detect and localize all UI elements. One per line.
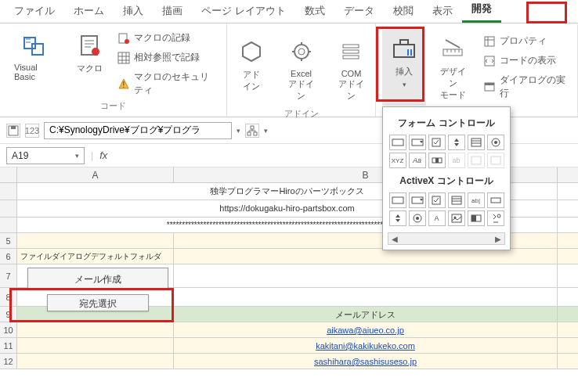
run-dialog-button[interactable]: ダイアログの実行 [480, 72, 571, 102]
ax-textbox-icon[interactable]: ab| [468, 192, 485, 208]
row-header[interactable] [0, 200, 17, 217]
ax-listbox-icon[interactable] [448, 192, 465, 208]
ax-optionbutton-icon[interactable] [409, 210, 426, 226]
excel-addin-button[interactable]: Excel アドイン [280, 33, 323, 106]
row-header[interactable]: 9 [0, 307, 17, 322]
chevron-down-icon[interactable]: ▾ [264, 127, 268, 135]
row-header[interactable]: 12 [0, 354, 17, 369]
name-box[interactable]: A19▾ [6, 147, 85, 164]
tab-pagelayout[interactable]: ページ レイアウト [192, 0, 295, 23]
header-cell[interactable]: メールアドレス [174, 307, 558, 322]
row-header[interactable]: 7 [0, 264, 17, 287]
org-chart-icon[interactable] [245, 124, 259, 138]
record-label: マクロの記録 [134, 31, 190, 45]
tab-draw[interactable]: 描画 [153, 0, 192, 23]
row-header[interactable] [0, 183, 17, 200]
save-icon[interactable] [6, 124, 20, 138]
cell[interactable] [174, 264, 558, 287]
email-cell[interactable]: aikawa@aiueo.co.jp [174, 322, 558, 337]
email-cell[interactable]: kakitani@kakikukeko.com [174, 338, 558, 353]
row-header[interactable] [0, 218, 17, 232]
record-macro-button[interactable]: マクロの記録 [114, 30, 220, 46]
tab-formula[interactable]: 数式 [295, 0, 334, 23]
scroll-left-icon[interactable]: ◀ [388, 235, 401, 243]
chevron-down-icon: ▾ [75, 152, 79, 160]
tab-file[interactable]: ファイル [5, 0, 64, 23]
listbox-control-icon[interactable] [468, 135, 485, 150]
group-code: Visual Basic マクロ マクロの記録 相対参照で記録 ! [0, 23, 227, 117]
svg-point-9 [294, 45, 309, 59]
combobox-control-icon[interactable] [409, 135, 426, 150]
chevron-down-icon[interactable]: ▾ [237, 127, 240, 135]
svg-rect-26 [392, 139, 403, 146]
tab-data[interactable]: データ [334, 0, 384, 23]
tab-view[interactable]: 表示 [423, 0, 462, 23]
row-header[interactable]: 10 [0, 322, 17, 337]
cell[interactable] [174, 249, 558, 264]
mail-create-button[interactable]: メール作成 [27, 268, 168, 290]
com-addin-label: COM アドイン [338, 69, 366, 102]
spinner-control-icon[interactable] [448, 135, 465, 150]
ax-combobox-icon[interactable] [409, 192, 426, 208]
tab-review[interactable]: 校閲 [384, 0, 423, 23]
insert-controls-popup: フォーム コントロール XYZ Aa ab ActiveX コントロール ab|… [382, 106, 511, 250]
optionbutton-control-icon[interactable] [487, 135, 504, 150]
design-label: デザイン モード [437, 66, 469, 101]
com-addin-button[interactable]: COM アドイン [330, 33, 374, 106]
insert-control-button[interactable]: 挿入 ▾ [382, 30, 426, 106]
path-input[interactable] [44, 122, 232, 139]
recipient-select-button[interactable]: 宛先選択 [47, 294, 149, 311]
ribbon: Visual Basic マクロ マクロの記録 相対参照で記録 ! [0, 23, 578, 117]
ax-button-icon[interactable] [389, 192, 406, 208]
macro-button[interactable]: マクロ [67, 27, 111, 99]
properties-icon [483, 35, 496, 48]
cell[interactable] [17, 233, 174, 248]
ax-label-icon[interactable]: A [428, 210, 446, 226]
grid-icon [117, 52, 130, 64]
label-control-icon[interactable]: Aa [409, 153, 426, 168]
button-control-icon[interactable] [389, 135, 406, 150]
checkbox-control-icon[interactable] [428, 135, 446, 150]
tab-home[interactable]: ホーム [64, 0, 114, 23]
cell[interactable]: ファイルダイアログデフォルトフォルダ [17, 249, 174, 264]
ax-more-icon[interactable] [487, 210, 504, 226]
relative-ref-button[interactable]: 相対参照で記録 [114, 49, 220, 66]
form-controls-grid: XYZ Aa ab [388, 135, 505, 168]
scrollbar-control-icon[interactable] [428, 153, 446, 168]
clipboard-icon[interactable]: 123 [25, 124, 39, 138]
fx-icon[interactable]: fx [99, 149, 107, 161]
ax-spinner-icon[interactable] [389, 210, 406, 226]
cell[interactable] [17, 338, 174, 353]
groupbox-control-icon[interactable]: XYZ [389, 153, 406, 168]
popup-scrollbar[interactable]: ◀ ▶ [388, 232, 505, 245]
row-header[interactable]: 8 [0, 288, 17, 306]
select-all-corner[interactable] [0, 167, 17, 182]
ax-checkbox-icon[interactable] [428, 192, 446, 208]
ax-image-icon[interactable] [448, 210, 465, 226]
code-icon [483, 55, 496, 67]
tab-developer[interactable]: 開発 [462, 0, 501, 23]
row-header[interactable]: 11 [0, 338, 17, 353]
svg-point-42 [416, 217, 419, 220]
design-mode-button[interactable]: デザイン モード [429, 30, 477, 106]
tab-insert[interactable]: 挿入 [114, 0, 153, 23]
visual-basic-button[interactable]: Visual Basic [6, 27, 64, 99]
ax-scrollbar-icon[interactable] [487, 192, 504, 208]
cell[interactable] [17, 354, 174, 369]
cell[interactable] [174, 288, 558, 306]
svg-rect-12 [343, 50, 359, 53]
row-header[interactable]: 6 [0, 249, 17, 264]
row-header[interactable]: 5 [0, 233, 17, 248]
email-cell[interactable]: sashihara@sashisuseso.jp [174, 354, 558, 369]
cell[interactable] [17, 322, 174, 337]
svg-rect-34 [471, 156, 481, 164]
properties-label: プロパティ [500, 34, 547, 48]
scroll-right-icon[interactable]: ▶ [492, 235, 504, 243]
addin-button[interactable]: アド イン [229, 33, 273, 106]
macro-security-button[interactable]: ! マクロのセキュリティ [114, 69, 220, 99]
ax-toggle-icon[interactable] [468, 210, 485, 226]
view-code-button[interactable]: コードの表示 [480, 52, 571, 69]
properties-button[interactable]: プロパティ [480, 33, 571, 49]
col-header-a[interactable]: A [17, 167, 174, 182]
record-icon [117, 32, 130, 45]
